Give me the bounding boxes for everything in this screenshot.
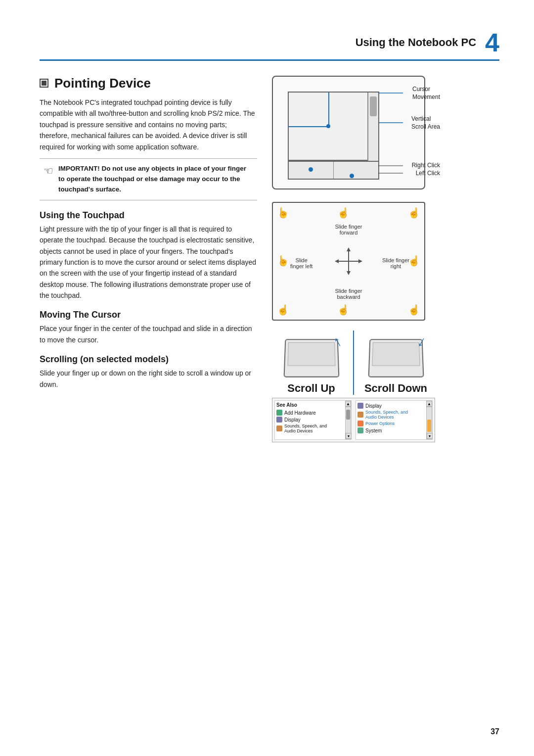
label-vertical-scroll: Vertical Scroll Area [411,115,440,131]
direction-arrows [334,246,363,276]
finger-cursor-br: ☝ [408,304,420,316]
touchpad-buttons [288,161,379,180]
section-icon [40,79,49,89]
label-left-click: Left Click [416,170,440,178]
important-box: ☜ IMPORTANT! Do not use any objects in p… [40,158,257,200]
left-click-area [334,162,378,179]
hand-icon: ☜ [44,165,53,178]
item-icon-3 [276,425,282,431]
moving-cursor-text: Place your finger in the center of the t… [40,323,257,345]
finger-cursor-mr: ☝ [408,255,420,267]
scroll-down-label: Scroll Down [364,382,427,395]
left-column: Pointing Device The Notebook PC's integr… [40,76,257,442]
touchpad-diagram-container: Cursor Movement Vertical Scroll Area [272,76,435,192]
section-heading: Pointing Device [54,76,151,91]
scroll-area [367,93,378,162]
scrollbar-left: ▼ [345,407,351,439]
label-slide-left: Slide finger left [290,257,312,269]
label-cursor-movement: Cursor Movement [412,86,440,101]
finger-cursor-bl: ☝ [277,304,289,316]
svg-marker-10 [347,271,351,275]
cursor-line [328,93,329,127]
scroll-diagrams: ↑ Scroll Up ↓ [272,331,435,395]
scrollbar-down-right[interactable]: ▼ [427,433,433,439]
scroll-up-illustration: ↑ [279,331,344,380]
main-content: Pointing Device The Notebook PC's integr… [40,76,499,442]
window-item-r3: Power Options [357,420,431,427]
scroll-up-label: Scroll Up [287,382,335,395]
finger-cursor-ml: ☝ [277,255,289,267]
chapter-number: 4 [485,30,499,55]
svg-marker-12 [335,259,339,263]
scroll-diagrams-container: ↑ Scroll Up ↓ [272,331,435,442]
scroll-down-illustration: ↓ [364,331,428,380]
scrollbar-up-left[interactable]: ▲ [345,401,351,407]
scroll-up-screen [287,342,335,366]
window-item-r2: Sounds, Speech, andAudio Devices [357,409,431,420]
intro-text: The Notebook PC's integrated touchpad po… [40,97,257,152]
right-column: Cursor Movement Vertical Scroll Area [272,76,499,442]
scroll-down-item: ↓ Scroll Down [356,331,435,395]
gesture-diagram-container: ☝ ☝ ☝ ☝ ☝ ☝ ☝ ☝ [272,202,435,321]
item-icon-r3 [357,421,363,426]
finger-cursor-tl: ☝ [277,207,289,219]
cursor-line-h [289,126,328,127]
scroll-up-laptop [283,339,339,377]
item-icon-r1 [357,403,363,409]
cursor-dot [326,124,330,128]
scrollbar-down-left[interactable]: ▼ [346,433,352,439]
window-pane-left: ▲ See Also Add Hardware Display Soun [274,400,352,440]
scrollbar-thumb-right [427,420,431,432]
touchpad-surface [288,92,379,161]
scrollbar-up-right[interactable]: ▲ [426,401,432,407]
using-touchpad-title: Using the Touchpad [40,210,257,221]
scrollbar-thumb-left [346,410,350,420]
scroll-divider [353,331,354,395]
label-slide-right: Slide finger right [382,257,409,269]
window-item-3: Sounds, Speech, andAudio Devices [276,423,350,434]
touchpad-diagram [272,76,425,189]
item-icon-1 [276,410,282,416]
scroll-up-item: ↑ Scroll Up [272,331,351,395]
scrolling-title: Scrolling (on selected models) [40,354,257,365]
scroll-down-screen [372,342,420,366]
page: Using the Notebook PC 4 Pointing Device … [0,0,534,756]
item-icon-2 [276,417,282,423]
label-slide-forward: Slide finger forward [335,224,362,236]
using-touchpad-text: Light pressure with the tip of your fing… [40,224,257,301]
window-pane-right: ▲ Display Sounds, Speech, andAudio Devic… [356,400,433,440]
window-item-1: Add Hardware [276,409,350,416]
scrollbar-right: ▼ [426,407,432,439]
item-icon-r2 [357,412,363,418]
window-item-r1: Display [357,402,431,409]
label-right-click: Right Click [412,162,440,170]
page-header: Using the Notebook PC 4 [40,30,499,61]
finger-cursor-tc: ☝ [337,207,350,219]
window-item-2: Display [276,416,350,423]
gesture-diagram: ☝ ☝ ☝ ☝ ☝ ☝ ☝ ☝ [272,202,425,321]
label-slide-backward: Slide finger backward [335,288,362,300]
svg-marker-14 [358,259,362,263]
item-icon-r4 [357,427,363,433]
section-title: Pointing Device [40,76,257,91]
important-text: IMPORTANT! Do not use any objects in pla… [58,164,253,195]
window-left-title: See Also [276,402,350,408]
left-click-dot [350,174,354,178]
svg-marker-8 [347,247,351,251]
scroll-thumb [370,96,377,116]
finger-cursor-tr: ☝ [408,207,420,219]
window-item-r4: System [357,427,431,434]
page-number: 37 [490,727,499,736]
chapter-title: Using the Notebook PC [356,36,476,49]
right-click-dot [309,167,313,172]
window-screenshots: ▲ See Also Add Hardware Display Soun [272,398,435,442]
scrolling-text: Slide your finger up or down on the righ… [40,368,257,390]
svg-rect-2 [42,81,46,86]
finger-cursor-bc: ☝ [337,304,350,316]
moving-cursor-title: Moving The Cursor [40,310,257,320]
